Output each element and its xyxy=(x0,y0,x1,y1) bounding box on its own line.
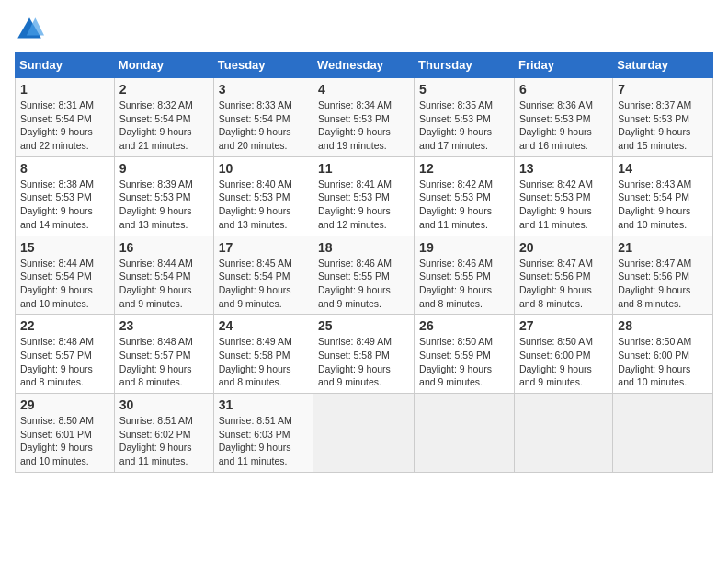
day-info: Sunrise: 8:51 AM Sunset: 6:02 PM Dayligh… xyxy=(119,414,209,468)
week-row-5: 29 Sunrise: 8:50 AM Sunset: 6:01 PM Dayl… xyxy=(16,394,713,473)
weekday-header-sunday: Sunday xyxy=(16,52,115,78)
day-number: 8 xyxy=(20,161,109,176)
calendar-cell: 17 Sunrise: 8:45 AM Sunset: 5:54 PM Dayl… xyxy=(213,236,313,315)
day-number: 7 xyxy=(618,82,708,97)
week-row-3: 15 Sunrise: 8:44 AM Sunset: 5:54 PM Dayl… xyxy=(16,236,713,315)
day-info: Sunrise: 8:45 AM Sunset: 5:54 PM Dayligh… xyxy=(219,257,308,311)
day-number: 29 xyxy=(20,397,109,412)
calendar-cell: 1 Sunrise: 8:31 AM Sunset: 5:54 PM Dayli… xyxy=(16,78,115,157)
day-info: Sunrise: 8:47 AM Sunset: 5:56 PM Dayligh… xyxy=(618,257,708,311)
calendar-cell: 8 Sunrise: 8:38 AM Sunset: 5:53 PM Dayli… xyxy=(16,156,115,236)
calendar-cell xyxy=(514,394,612,473)
calendar-cell: 19 Sunrise: 8:46 AM Sunset: 5:55 PM Dayl… xyxy=(415,236,515,315)
day-number: 31 xyxy=(219,397,308,412)
calendar-cell: 18 Sunrise: 8:46 AM Sunset: 5:55 PM Dayl… xyxy=(313,236,415,315)
calendar-cell: 21 Sunrise: 8:47 AM Sunset: 5:56 PM Dayl… xyxy=(613,236,713,315)
day-number: 15 xyxy=(20,240,109,255)
day-info: Sunrise: 8:43 AM Sunset: 5:54 PM Dayligh… xyxy=(618,178,708,232)
calendar-cell: 9 Sunrise: 8:39 AM Sunset: 5:53 PM Dayli… xyxy=(114,156,213,236)
day-info: Sunrise: 8:39 AM Sunset: 5:53 PM Dayligh… xyxy=(119,178,209,232)
day-info: Sunrise: 8:33 AM Sunset: 5:54 PM Dayligh… xyxy=(219,98,308,153)
calendar-cell: 30 Sunrise: 8:51 AM Sunset: 6:02 PM Dayl… xyxy=(114,394,213,473)
day-info: Sunrise: 8:41 AM Sunset: 5:53 PM Dayligh… xyxy=(318,178,409,232)
day-info: Sunrise: 8:48 AM Sunset: 5:57 PM Dayligh… xyxy=(20,335,109,389)
day-info: Sunrise: 8:38 AM Sunset: 5:53 PM Dayligh… xyxy=(20,178,109,232)
weekday-header-saturday: Saturday xyxy=(613,52,713,78)
weekday-header-thursday: Thursday xyxy=(415,52,515,78)
day-info: Sunrise: 8:42 AM Sunset: 5:53 PM Dayligh… xyxy=(519,178,608,232)
day-number: 3 xyxy=(219,82,308,97)
day-info: Sunrise: 8:50 AM Sunset: 6:00 PM Dayligh… xyxy=(519,335,608,389)
calendar-cell: 3 Sunrise: 8:33 AM Sunset: 5:54 PM Dayli… xyxy=(213,78,313,157)
calendar-cell: 15 Sunrise: 8:44 AM Sunset: 5:54 PM Dayl… xyxy=(16,236,115,315)
day-number: 4 xyxy=(318,82,409,97)
day-number: 20 xyxy=(519,240,608,255)
logo-icon xyxy=(15,15,44,44)
calendar-table: SundayMondayTuesdayWednesdayThursdayFrid… xyxy=(15,52,713,473)
day-info: Sunrise: 8:49 AM Sunset: 5:58 PM Dayligh… xyxy=(318,335,409,389)
week-row-2: 8 Sunrise: 8:38 AM Sunset: 5:53 PM Dayli… xyxy=(16,156,713,236)
day-number: 14 xyxy=(618,161,708,176)
day-number: 24 xyxy=(219,318,308,333)
day-number: 2 xyxy=(119,82,209,97)
calendar-cell: 14 Sunrise: 8:43 AM Sunset: 5:54 PM Dayl… xyxy=(613,156,713,236)
calendar-cell: 4 Sunrise: 8:34 AM Sunset: 5:53 PM Dayli… xyxy=(313,78,415,157)
day-info: Sunrise: 8:50 AM Sunset: 6:00 PM Dayligh… xyxy=(618,335,708,389)
day-number: 5 xyxy=(419,82,509,97)
day-info: Sunrise: 8:36 AM Sunset: 5:53 PM Dayligh… xyxy=(519,98,608,153)
day-info: Sunrise: 8:37 AM Sunset: 5:53 PM Dayligh… xyxy=(618,98,708,153)
header xyxy=(15,15,713,44)
day-number: 27 xyxy=(519,318,608,333)
calendar-cell: 5 Sunrise: 8:35 AM Sunset: 5:53 PM Dayli… xyxy=(415,78,515,157)
calendar-cell: 12 Sunrise: 8:42 AM Sunset: 5:53 PM Dayl… xyxy=(415,156,515,236)
day-info: Sunrise: 8:42 AM Sunset: 5:53 PM Dayligh… xyxy=(419,178,509,232)
day-number: 21 xyxy=(618,240,708,255)
calendar-cell: 11 Sunrise: 8:41 AM Sunset: 5:53 PM Dayl… xyxy=(313,156,415,236)
day-info: Sunrise: 8:34 AM Sunset: 5:53 PM Dayligh… xyxy=(318,98,409,153)
day-number: 19 xyxy=(419,240,509,255)
calendar-cell: 16 Sunrise: 8:44 AM Sunset: 5:54 PM Dayl… xyxy=(114,236,213,315)
day-number: 12 xyxy=(419,161,509,176)
day-info: Sunrise: 8:46 AM Sunset: 5:55 PM Dayligh… xyxy=(318,257,409,311)
weekday-header-monday: Monday xyxy=(114,52,213,78)
day-number: 1 xyxy=(20,82,109,97)
calendar-cell: 31 Sunrise: 8:51 AM Sunset: 6:03 PM Dayl… xyxy=(213,394,313,473)
calendar-cell: 28 Sunrise: 8:50 AM Sunset: 6:00 PM Dayl… xyxy=(613,315,713,394)
day-number: 30 xyxy=(119,397,209,412)
calendar-cell: 29 Sunrise: 8:50 AM Sunset: 6:01 PM Dayl… xyxy=(16,394,115,473)
day-info: Sunrise: 8:47 AM Sunset: 5:56 PM Dayligh… xyxy=(519,257,608,311)
calendar-cell: 25 Sunrise: 8:49 AM Sunset: 5:58 PM Dayl… xyxy=(313,315,415,394)
day-number: 25 xyxy=(318,318,409,333)
day-number: 16 xyxy=(119,240,209,255)
calendar-cell: 27 Sunrise: 8:50 AM Sunset: 6:00 PM Dayl… xyxy=(514,315,612,394)
day-info: Sunrise: 8:51 AM Sunset: 6:03 PM Dayligh… xyxy=(219,414,308,468)
calendar-cell: 20 Sunrise: 8:47 AM Sunset: 5:56 PM Dayl… xyxy=(514,236,612,315)
day-number: 26 xyxy=(419,318,509,333)
day-info: Sunrise: 8:46 AM Sunset: 5:55 PM Dayligh… xyxy=(419,257,509,311)
day-number: 11 xyxy=(318,161,409,176)
day-number: 9 xyxy=(119,161,209,176)
day-info: Sunrise: 8:35 AM Sunset: 5:53 PM Dayligh… xyxy=(419,98,509,153)
day-number: 18 xyxy=(318,240,409,255)
day-info: Sunrise: 8:44 AM Sunset: 5:54 PM Dayligh… xyxy=(20,257,109,311)
day-number: 17 xyxy=(219,240,308,255)
day-info: Sunrise: 8:32 AM Sunset: 5:54 PM Dayligh… xyxy=(119,98,209,153)
calendar-cell: 13 Sunrise: 8:42 AM Sunset: 5:53 PM Dayl… xyxy=(514,156,612,236)
calendar-cell xyxy=(613,394,713,473)
calendar-cell: 22 Sunrise: 8:48 AM Sunset: 5:57 PM Dayl… xyxy=(16,315,115,394)
calendar-cell: 7 Sunrise: 8:37 AM Sunset: 5:53 PM Dayli… xyxy=(613,78,713,157)
day-info: Sunrise: 8:48 AM Sunset: 5:57 PM Dayligh… xyxy=(119,335,209,389)
day-number: 23 xyxy=(119,318,209,333)
calendar-cell: 26 Sunrise: 8:50 AM Sunset: 5:59 PM Dayl… xyxy=(415,315,515,394)
day-info: Sunrise: 8:40 AM Sunset: 5:53 PM Dayligh… xyxy=(219,178,308,232)
day-number: 13 xyxy=(519,161,608,176)
calendar-cell: 2 Sunrise: 8:32 AM Sunset: 5:54 PM Dayli… xyxy=(114,78,213,157)
weekday-header-friday: Friday xyxy=(514,52,612,78)
calendar-cell: 23 Sunrise: 8:48 AM Sunset: 5:57 PM Dayl… xyxy=(114,315,213,394)
day-info: Sunrise: 8:50 AM Sunset: 5:59 PM Dayligh… xyxy=(419,335,509,389)
day-info: Sunrise: 8:50 AM Sunset: 6:01 PM Dayligh… xyxy=(20,414,109,468)
weekday-header-row: SundayMondayTuesdayWednesdayThursdayFrid… xyxy=(16,52,713,78)
day-info: Sunrise: 8:49 AM Sunset: 5:58 PM Dayligh… xyxy=(219,335,308,389)
calendar-cell: 10 Sunrise: 8:40 AM Sunset: 5:53 PM Dayl… xyxy=(213,156,313,236)
calendar-cell xyxy=(313,394,415,473)
